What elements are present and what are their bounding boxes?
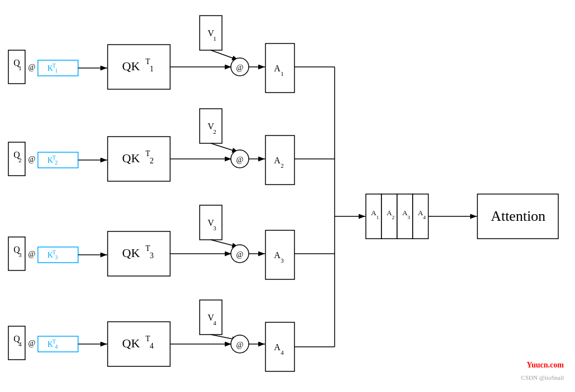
at4-symbol: @ — [236, 341, 244, 349]
a2-sub: 2 — [281, 162, 284, 169]
a2-label: A — [274, 156, 281, 165]
q1-at: @ — [28, 63, 36, 71]
at3-symbol: @ — [236, 250, 244, 259]
v1-sub: 1 — [213, 35, 216, 42]
v2-sub: 2 — [213, 128, 216, 135]
kt2-box — [38, 152, 78, 168]
arrow-v1-at1 — [211, 50, 239, 60]
concat-sub-4: 4 — [423, 215, 426, 220]
concat-sub-3: 3 — [408, 215, 410, 220]
q3-at: @ — [28, 250, 36, 258]
q3-sub: 3 — [18, 251, 22, 258]
kt4-sub: 4 — [55, 343, 58, 350]
kt3-box — [38, 247, 78, 263]
arrow-v2-at2 — [211, 143, 239, 152]
q4-at: @ — [28, 339, 36, 347]
v4-sub: 4 — [213, 320, 216, 326]
qkt1-label: QK — [122, 59, 140, 73]
q2-sub: 2 — [18, 157, 22, 163]
qkt1-sub: 1 — [150, 65, 154, 73]
concat-sub-1: 1 — [376, 215, 379, 220]
qkt2-sub: 2 — [150, 157, 154, 165]
at1-symbol: @ — [236, 64, 244, 72]
v3-sub: 3 — [213, 225, 216, 231]
qkt4-sub: 4 — [150, 342, 154, 350]
at2-symbol: @ — [236, 156, 244, 164]
qkt2-label: QK — [122, 151, 140, 165]
kt1-box — [38, 60, 78, 76]
q4-sub: 4 — [18, 341, 22, 347]
a1-label: A — [274, 64, 281, 73]
qkt3-label: QK — [122, 246, 140, 260]
concat-sub-2: 2 — [392, 215, 395, 220]
qkt3-sub: 3 — [150, 251, 154, 260]
a3-sub: 3 — [281, 257, 284, 264]
kt2-sub: 2 — [55, 159, 58, 166]
q2-at: @ — [28, 155, 36, 163]
attention-label: Attention — [491, 208, 545, 224]
kt3-sub: 3 — [55, 254, 58, 260]
a4-label: A — [274, 342, 281, 352]
kt4-box — [38, 336, 78, 352]
a3-label: A — [274, 250, 281, 260]
kt1-sub: 1 — [55, 67, 58, 74]
a1-sub: 1 — [281, 70, 284, 77]
a4-sub: 4 — [281, 349, 284, 356]
watermark-csdn: CSDN @iioSnail — [521, 374, 564, 381]
q1-sub: 1 — [18, 65, 22, 71]
arrow-v3-at3 — [211, 240, 239, 247]
qkt4-label: QK — [122, 336, 140, 350]
watermark-yuucn: Yuucn.com — [526, 361, 564, 370]
